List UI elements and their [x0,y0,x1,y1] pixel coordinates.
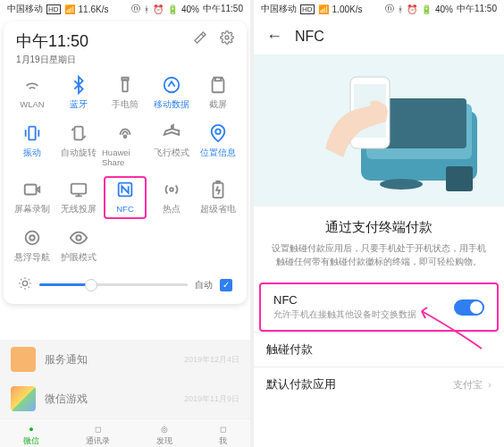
qs-tile-wireless-proj[interactable]: 无线投屏 [55,180,102,215]
svg-rect-20 [446,166,473,191]
svg-rect-1 [122,80,128,92]
auto-brightness-checkbox[interactable]: ✓ [220,279,232,291]
qs-tile-label: 飞行模式 [154,148,189,159]
qs-tile-huawei-share[interactable]: Huawei Share [102,123,148,167]
qs-tile-label: 自动旋转 [61,148,97,159]
page-title: NFC [295,29,324,45]
battery-pct: 40% [181,4,199,14]
super-save-icon [208,180,228,199]
vibrate-icon [22,123,42,143]
tap-pay-title: 触碰付款 [266,342,491,358]
row-date: 2019年11月9日 [184,393,239,405]
nav-contacts[interactable]: ◻通讯录 [86,425,110,447]
edit-icon[interactable] [193,30,207,47]
brightness-slider[interactable] [39,283,188,286]
qs-tile-flashlight[interactable]: 手电筒 [102,75,148,111]
carrier: 中国移动 [261,3,297,15]
flashlight-icon [115,75,135,95]
qs-tile-eye-comfort[interactable]: 护眼模式 [55,228,102,264]
nav-discover[interactable]: ◎发现 [156,425,172,447]
hotspot-icon [162,180,181,199]
default-app-row[interactable]: 默认付款应用 支付宝 › [254,367,504,401]
qs-tile-label: 手电筒 [112,99,139,111]
qs-tile-label: WLAN [20,99,44,109]
svg-point-13 [26,232,39,245]
svg-point-16 [22,281,27,285]
nfc-illustration [254,55,504,207]
huawei-share-icon [115,123,135,143]
panel-time: 中午11:50 [16,30,88,52]
bluetooth-status-icon: ᚼ [144,4,149,14]
qs-tile-vibrate[interactable]: 振动 [9,123,55,167]
qs-tile-label: 蓝牙 [70,99,88,111]
phone-right-nfc-settings: 中国移动 HD 📶 1.00K/s ⓝ ᚼ ⏰ 🔋 40% 中午11:50 ← … [254,0,504,447]
qs-grid: WLAN蓝牙手电筒移动数据截屏振动自动旋转Huawei Share飞行模式位置信… [9,75,241,264]
status-time: 中午11:50 [203,3,243,15]
float-nav-icon [22,228,42,248]
wireless-proj-icon [69,180,88,199]
nav-me[interactable]: ◻我 [219,425,227,447]
status-time: 中午11:50 [457,3,497,15]
phone-left-quicksettings: 中国移动 HD 📶 11.6K/s ⓝ ᚼ ⏰ 🔋 40% 中午11:50 服务… [0,0,250,447]
svg-point-10 [170,188,173,191]
statusbar-right: 中国移动 HD 📶 1.00K/s ⓝ ᚼ ⏰ 🔋 40% 中午11:50 [254,0,504,18]
nfc-status-icon: ⓝ [385,3,394,15]
alarm-icon: ⏰ [153,4,164,14]
qs-tile-label: 护眼模式 [61,252,97,264]
qs-tile-float-nav[interactable]: 悬浮导航 [9,228,55,264]
qs-tile-hotspot[interactable]: 热点 [148,180,195,215]
bluetooth-status-icon: ᚼ [398,4,403,14]
nfc-toggle-switch[interactable] [454,299,484,316]
qs-tile-wlan[interactable]: WLAN [9,75,55,111]
net-speed: 1.00K/s [332,4,363,14]
back-button[interactable]: ← [266,27,282,46]
qs-tile-label: 移动数据 [154,99,189,111]
qs-tile-mobile-data[interactable]: 移动数据 [148,75,195,111]
chevron-right-icon: › [488,379,491,390]
settings-icon[interactable] [220,30,234,47]
qs-tile-airplane[interactable]: 飞行模式 [148,123,195,167]
location-icon [208,123,228,143]
qs-tile-label: Huawei Share [102,148,148,167]
tap-pay-row[interactable]: 触碰付款 [254,332,504,367]
default-app-title: 默认付款应用 [266,376,453,392]
svg-point-14 [29,235,35,240]
qs-tile-label: 超级省电 [200,204,236,215]
qs-tile-label: 屏幕录制 [14,204,50,215]
qs-tile-nfc[interactable]: NFC [102,180,148,215]
info-section: 通过支付终端付款 设置触碰付款应用后，只要手机处于开机状态，用手机触碰任何带有触… [254,207,504,277]
statusbar-left: 中国移动 HD 📶 11.6K/s ⓝ ᚼ ⏰ 🔋 40% 中午11:50 [0,0,250,18]
qs-tile-location[interactable]: 位置信息 [195,123,241,167]
hd-icon: HD [300,4,315,14]
qs-tile-label: 悬浮导航 [14,252,50,264]
row-title: 服务通知 [45,352,88,367]
auto-rotate-icon [69,123,88,143]
brightness-icon [18,276,32,293]
list-item: 微信游戏 2019年11月9日 [0,379,250,418]
nfc-status-icon: ⓝ [131,3,140,15]
qs-tile-super-save[interactable]: 超级省电 [195,180,241,215]
airplane-icon [162,123,181,143]
nav-wechat[interactable]: ●微信 [23,425,39,447]
screen-record-icon [22,180,42,199]
service-notice-icon [11,347,36,372]
svg-point-6 [215,129,221,134]
bluetooth-icon [69,75,88,95]
section-desc: 设置触碰付款应用后，只要手机处于开机状态，用手机触碰任何带有触碰付款徽标的终端，… [268,241,490,268]
wlan-icon [22,75,42,95]
panel-date: 1月19日星期日 [16,54,88,66]
svg-rect-8 [71,184,87,194]
nfc-toggle-row[interactable]: NFC 允许手机在接触其他设备时交换数据 [259,283,499,332]
qs-tile-screen-record[interactable]: 屏幕录制 [9,180,55,215]
quick-settings-panel: 中午11:50 1月19日星期日 WLAN蓝牙手电筒移动数据截屏振动自动旋转Hu… [4,21,247,304]
default-app-value: 支付宝 [453,378,483,392]
qs-tile-auto-rotate[interactable]: 自动旋转 [55,123,102,167]
list-item: 服务通知 2019年12月4日 [0,340,250,379]
qs-tile-screenshot[interactable]: 截屏 [195,75,241,111]
svg-rect-7 [25,185,37,195]
qs-tile-label: 热点 [163,204,181,215]
alarm-icon: ⏰ [407,4,417,14]
qs-tile-bluetooth[interactable]: 蓝牙 [55,75,102,111]
qs-tile-label: 截屏 [209,99,227,111]
qs-tile-label: 振动 [23,148,41,159]
